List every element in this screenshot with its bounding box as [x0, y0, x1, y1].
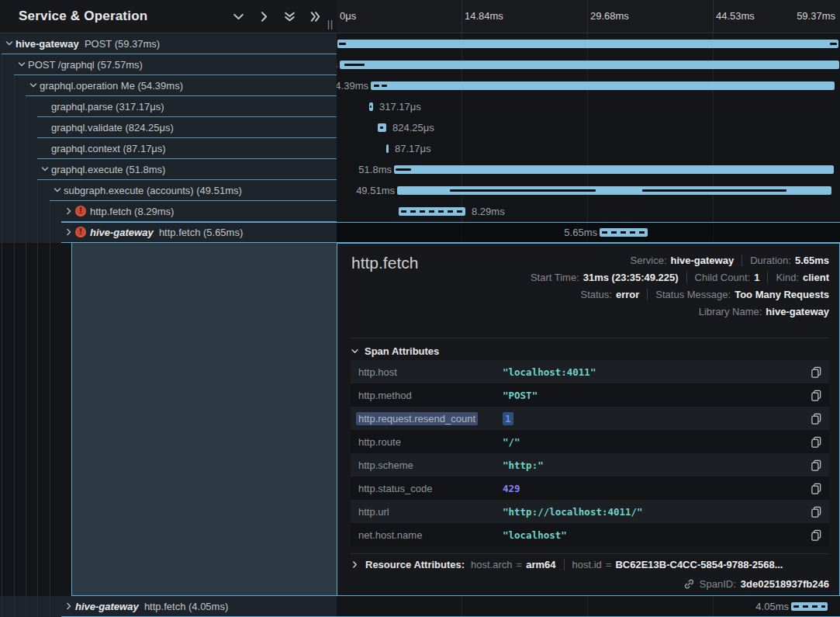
attribute-row[interactable]: http.method"POST"	[351, 383, 829, 407]
indent-guide	[2, 596, 2, 617]
copy-icon[interactable]	[811, 436, 822, 448]
copy-icon[interactable]	[811, 390, 822, 401]
span-duration-bar[interactable]	[337, 40, 838, 48]
chevron-right-icon[interactable]	[64, 601, 74, 611]
chevron-right-icon[interactable]	[64, 227, 74, 237]
span-bar-cell[interactable]: 51.8ms	[337, 159, 840, 180]
span-bar-cell[interactable]: 824.25μs	[337, 117, 840, 138]
span-duration-bar[interactable]	[340, 61, 839, 69]
trace-span-row[interactable]: graphql.context (87.17μs)87.17μs	[0, 138, 840, 159]
span-tree-item[interactable]: graphql.validate (824.25μs)	[0, 117, 337, 138]
trace-span-row[interactable]: subgraph.execute (accounts) (49.51ms)49.…	[0, 180, 840, 201]
axis-tick: 44.53ms	[716, 10, 755, 22]
span-detail-panel: http.fetch Service:hive-gatewayDuration:…	[337, 243, 840, 596]
trace-span-row[interactable]: graphql.operation Me (54.39ms)54.39ms	[0, 75, 840, 96]
span-bar-cell[interactable]: 87.17μs	[337, 138, 840, 159]
attribute-row[interactable]: http.host"localhost:4011"	[351, 360, 829, 383]
copy-icon[interactable]	[811, 483, 822, 494]
expand-one-button chevron-right-icon[interactable]	[256, 9, 271, 25]
chevron-down-icon[interactable]	[5, 39, 14, 48]
collapse-all-button double-chevron-down-icon[interactable]	[282, 9, 297, 25]
detail-divider	[351, 338, 829, 338]
indent-guide	[14, 243, 15, 596]
detail-meta-line: Library Name:hive-gateway	[531, 303, 829, 320]
indent-guide	[26, 222, 26, 243]
span-bar-cell[interactable]: 54.39ms	[337, 75, 840, 96]
trace-span-row[interactable]: !hive-gateway http.fetch (5.65ms)5.65ms	[0, 222, 840, 243]
trace-span-row[interactable]: hive-gateway http.fetch (4.05ms)4.05ms	[0, 596, 840, 617]
chevron-down-icon[interactable]	[53, 185, 62, 195]
attribute-row[interactable]: http.request.resend_count1	[351, 407, 829, 430]
attribute-key: http.request.resend_count	[358, 413, 475, 425]
span-tree-item[interactable]: !http.fetch (8.29ms)	[0, 201, 337, 222]
span-duration-bar[interactable]	[386, 144, 389, 153]
span-attributes-toggle[interactable]: Span Attributes	[351, 345, 439, 357]
span-bar-cell[interactable]: 57.57ms	[337, 54, 840, 75]
chevron-right-icon[interactable]	[64, 206, 74, 216]
span-bar-cell[interactable]: 59.37ms	[337, 33, 840, 54]
trace-span-row[interactable]: graphql.execute (51.8ms)51.8ms	[0, 159, 840, 180]
meta-value: 31ms (23:35:49.225)	[583, 272, 679, 283]
indent-guide	[2, 222, 2, 243]
tree-indent-gutter	[0, 243, 71, 596]
span-label: graphql.operation Me (54.39ms)	[40, 80, 183, 92]
indent-guide	[26, 117, 26, 138]
meta-label: Start Time:	[531, 272, 579, 283]
span-duration-bar[interactable]	[397, 186, 831, 195]
span-duration-bar[interactable]	[394, 165, 834, 174]
span-label: graphql.validate (824.25μs)	[51, 122, 174, 133]
copy-icon[interactable]	[811, 366, 822, 378]
span-bar-cell[interactable]: 317.17μs	[337, 96, 840, 117]
span-duration-bar[interactable]	[378, 123, 386, 132]
chevron-down-icon[interactable]	[17, 60, 26, 69]
span-tree-item[interactable]: POST /graphql (57.57ms)	[0, 54, 337, 75]
copy-icon[interactable]	[811, 506, 822, 518]
span-bar-cell[interactable]: 4.05ms	[337, 596, 840, 617]
attribute-row[interactable]: http.url"http://localhost:4011/"	[351, 500, 829, 523]
equals-sign: =	[606, 559, 612, 570]
span-bar-cell[interactable]: 49.51ms	[337, 180, 840, 201]
indent-guide	[14, 180, 15, 201]
span-tree-item[interactable]: hive-gateway POST (59.37ms)	[0, 33, 337, 54]
collapse-one-button chevron-down-icon[interactable]	[230, 9, 246, 25]
span-bar-cell[interactable]: 5.65ms	[337, 222, 840, 243]
span-bar-cell[interactable]: 8.29ms	[337, 201, 840, 222]
expand-all-button double-chevron-right-icon[interactable]	[307, 9, 323, 25]
span-tree-item[interactable]: subgraph.execute (accounts) (49.51ms)	[0, 180, 337, 201]
chevron-down-icon[interactable]	[40, 165, 50, 174]
trace-span-row[interactable]: !http.fetch (8.29ms)8.29ms	[0, 201, 840, 222]
attribute-row[interactable]: http.scheme"http:"	[351, 453, 829, 477]
trace-span-row[interactable]: POST /graphql (57.57ms)57.57ms	[0, 54, 840, 75]
resource-attributes-toggle[interactable]: Resource Attributes: host.arch=arm64host…	[351, 553, 829, 575]
span-duration-bar[interactable]	[791, 602, 828, 611]
attribute-row[interactable]: http.route"/"	[351, 430, 829, 453]
trace-span-row[interactable]: hive-gateway POST (59.37ms)59.37ms	[0, 33, 840, 54]
link-icon[interactable]	[683, 578, 695, 590]
span-duration-bar[interactable]	[369, 102, 373, 111]
span-tree-item[interactable]: graphql.context (87.17μs)	[0, 138, 337, 159]
axis-tick: 59.37ms	[797, 10, 835, 22]
copy-icon[interactable]	[811, 459, 822, 471]
span-label: hive-gateway POST (59.37ms)	[16, 38, 160, 50]
meta-separator	[686, 272, 687, 283]
meta-value: 5.65ms	[795, 255, 829, 266]
trace-span-row[interactable]: graphql.parse (317.17μs)317.17μs	[0, 96, 840, 117]
copy-icon[interactable]	[811, 529, 822, 541]
attribute-row[interactable]: http.status_code429	[351, 477, 829, 500]
chevron-down-icon[interactable]	[29, 81, 38, 90]
span-tree-item[interactable]: graphql.parse (317.17μs)	[0, 96, 337, 117]
span-id-row: SpanID: 3de02518937fb246	[683, 578, 829, 590]
indent-guide	[26, 159, 26, 180]
attribute-row[interactable]: net.host.name"localhost"	[351, 523, 829, 546]
span-duration-bar[interactable]	[600, 228, 648, 237]
span-tree-item[interactable]: !hive-gateway http.fetch (5.65ms)	[0, 222, 337, 243]
panel-resize-handle[interactable]: ||	[327, 19, 334, 29]
selected-row-border	[61, 222, 840, 223]
copy-icon[interactable]	[811, 413, 822, 425]
trace-span-row[interactable]: graphql.validate (824.25μs)824.25μs	[0, 117, 840, 138]
span-tree-item[interactable]: graphql.execute (51.8ms)	[0, 159, 337, 180]
span-duration-bar[interactable]	[399, 207, 465, 216]
span-tree-item[interactable]: hive-gateway http.fetch (4.05ms)	[0, 596, 337, 617]
span-duration-bar[interactable]	[371, 81, 835, 90]
span-tree-item[interactable]: graphql.operation Me (54.39ms)	[0, 75, 337, 96]
